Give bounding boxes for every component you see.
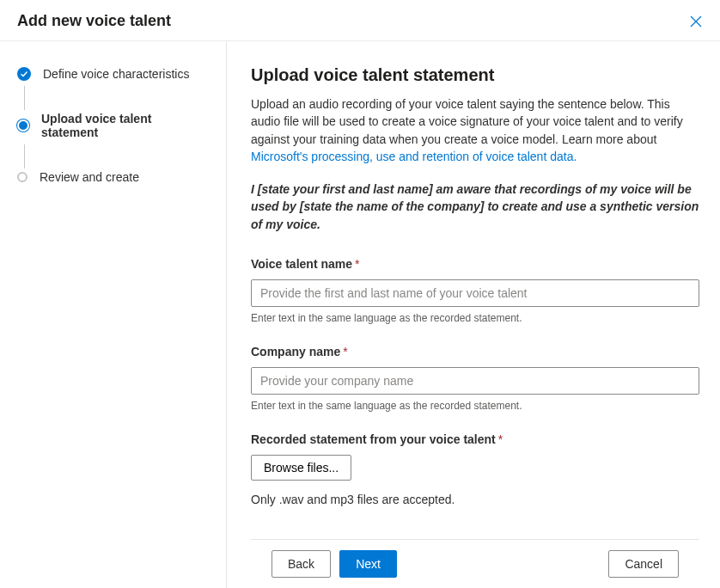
step-sidebar: Define voice characteristics Upload voic… bbox=[0, 41, 227, 588]
pending-step-icon bbox=[17, 172, 27, 182]
checkmark-icon bbox=[17, 67, 31, 81]
dialog-body: Define voice characteristics Upload voic… bbox=[0, 41, 720, 588]
voice-name-input[interactable] bbox=[251, 279, 699, 307]
main-panel: Upload voice talent statement Upload an … bbox=[227, 41, 720, 588]
back-button[interactable]: Back bbox=[272, 550, 331, 578]
step-connector bbox=[24, 144, 25, 168]
dialog-footer: Back Next Cancel bbox=[251, 539, 699, 588]
step-label: Review and create bbox=[40, 170, 139, 184]
next-button[interactable]: Next bbox=[339, 550, 397, 578]
recording-label: Recorded statement from your voice talen… bbox=[251, 432, 496, 446]
section-title: Upload voice talent statement bbox=[251, 65, 699, 85]
dialog-title: Add new voice talent bbox=[17, 12, 171, 30]
required-indicator: * bbox=[355, 257, 359, 271]
voice-name-helper: Enter text in the same language as the r… bbox=[251, 312, 699, 324]
current-step-icon bbox=[17, 119, 29, 132]
file-format-note: Only .wav and mp3 files are accepted. bbox=[251, 493, 699, 506]
required-indicator: * bbox=[498, 432, 503, 446]
step-review[interactable]: Review and create bbox=[17, 170, 209, 187]
close-icon[interactable] bbox=[689, 15, 703, 28]
company-name-input[interactable] bbox=[251, 367, 699, 395]
voice-name-label: Voice talent name bbox=[251, 257, 352, 271]
company-name-field: Company name* Enter text in the same lan… bbox=[251, 345, 699, 412]
browse-files-button[interactable]: Browse files... bbox=[251, 455, 351, 481]
recording-field: Recorded statement from your voice talen… bbox=[251, 432, 699, 506]
step-label: Define voice characteristics bbox=[43, 67, 189, 81]
learn-more-link[interactable]: Microsoft's processing, use and retentio… bbox=[251, 150, 577, 163]
company-name-label: Company name bbox=[251, 345, 340, 358]
step-define[interactable]: Define voice characteristics bbox=[17, 67, 209, 84]
cancel-button[interactable]: Cancel bbox=[608, 550, 679, 578]
step-label: Upload voice talent statement bbox=[41, 112, 209, 139]
dialog-header: Add new voice talent bbox=[0, 0, 720, 41]
required-indicator: * bbox=[343, 345, 347, 358]
description-text: Upload an audio recording of your voice … bbox=[251, 97, 683, 146]
step-connector bbox=[24, 86, 25, 110]
section-description: Upload an audio recording of your voice … bbox=[251, 95, 699, 165]
step-upload[interactable]: Upload voice talent statement bbox=[17, 112, 209, 143]
voice-name-field: Voice talent name* Enter text in the sam… bbox=[251, 257, 699, 324]
company-name-helper: Enter text in the same language as the r… bbox=[251, 400, 699, 412]
statement-text: I [state your first and last name] am aw… bbox=[251, 181, 699, 233]
